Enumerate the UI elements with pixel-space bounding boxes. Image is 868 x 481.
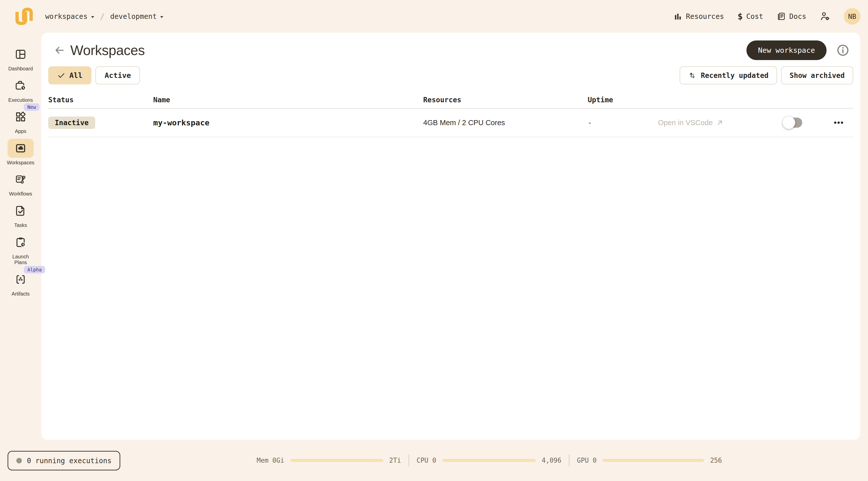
sidebar-item-workflows[interactable]: Workflows xyxy=(0,170,41,197)
sidebar-item-dashboard[interactable]: Dashboard xyxy=(0,45,41,72)
gpu-meter-max: 256 xyxy=(710,457,722,464)
workflows-icon xyxy=(14,173,27,185)
topbar: workspaces / development Resources $ Cos… xyxy=(0,0,868,33)
sidebar-item-launch-plans[interactable]: Launch Plans xyxy=(0,233,41,266)
table-header: Status Name Resources Uptime xyxy=(48,91,853,109)
page-header: Workspaces New workspace xyxy=(48,39,853,61)
artifacts-icon xyxy=(14,273,27,285)
new-badge: New xyxy=(24,103,39,111)
gpu-meter: GPU 0 256 xyxy=(577,457,722,464)
launch-plans-icon xyxy=(14,236,27,248)
sort-button-label: Recently updated xyxy=(701,71,769,80)
open-in-vscode-label: Open in VSCode xyxy=(658,119,713,127)
sidebar-item-label: Dashboard xyxy=(8,66,33,72)
cpu-meter-bar xyxy=(442,459,536,462)
nav-resources[interactable]: Resources xyxy=(673,12,724,21)
status-badge: Inactive xyxy=(48,117,95,129)
sidebar-item-label: Workspaces xyxy=(7,160,34,166)
alpha-badge: Alpha xyxy=(24,266,45,273)
running-executions-label: 0 running executions xyxy=(27,457,112,465)
mem-meter-label: Mem 0Gi xyxy=(257,457,284,464)
filter-all-label: All xyxy=(69,71,82,80)
sidebar-item-executions[interactable]: Executions xyxy=(0,76,41,103)
column-status: Status xyxy=(48,96,153,104)
filter-active-label: Active xyxy=(104,71,131,80)
breadcrumb: workspaces / development xyxy=(45,12,164,21)
row-menu-button[interactable] xyxy=(833,117,844,128)
filter-active-chip[interactable]: Active xyxy=(95,66,140,85)
status-dot-icon xyxy=(16,458,22,463)
meter-divider xyxy=(409,454,409,467)
sidebar-item-label: Tasks xyxy=(14,222,27,229)
sort-arrows-icon xyxy=(688,71,697,80)
breadcrumb-domain-label: development xyxy=(110,12,157,21)
open-in-vscode-link[interactable]: Open in VSCode xyxy=(658,119,784,127)
sidebar-item-apps[interactable]: New Apps xyxy=(0,107,41,134)
tasks-icon xyxy=(14,205,27,217)
nav-docs[interactable]: Docs xyxy=(777,12,806,21)
filter-all-chip[interactable]: All xyxy=(48,66,91,85)
new-workspace-button[interactable]: New workspace xyxy=(746,40,827,60)
column-resources: Resources xyxy=(423,96,588,104)
workspace-toggle[interactable] xyxy=(784,118,802,128)
external-link-icon xyxy=(716,119,724,127)
workspace-resources: 4GB Mem / 2 CPU Cores xyxy=(423,119,588,127)
breadcrumb-project[interactable]: workspaces xyxy=(45,12,95,21)
sidebar-item-label: Workflows xyxy=(9,191,32,197)
chevron-down-icon xyxy=(160,16,164,18)
sidebar-item-label: Launch Plans xyxy=(6,254,35,266)
check-icon xyxy=(57,71,65,80)
apps-icon xyxy=(14,111,27,123)
page-title: Workspaces xyxy=(70,42,145,58)
mem-meter: Mem 0Gi 2Ti xyxy=(257,457,401,464)
breadcrumb-project-label: workspaces xyxy=(45,12,88,21)
chevron-down-icon xyxy=(91,16,95,18)
workspaces-table: Status Name Resources Uptime Inactive my… xyxy=(48,91,853,137)
sidebar-item-workspaces[interactable]: Workspaces xyxy=(0,139,41,166)
column-name: Name xyxy=(153,96,423,104)
statusbar: 0 running executions Mem 0Gi 2Ti CPU 0 4… xyxy=(0,440,868,481)
nav-cost-label: Cost xyxy=(746,12,763,21)
toggle-thumb xyxy=(783,116,795,129)
sidebar-item-tasks[interactable]: Tasks xyxy=(0,201,41,229)
bar-chart-icon xyxy=(673,12,682,21)
back-arrow-icon[interactable] xyxy=(54,44,65,56)
breadcrumb-separator: / xyxy=(100,12,105,21)
workspace-uptime: - xyxy=(588,119,658,127)
meter-divider xyxy=(569,454,569,467)
nav-cost[interactable]: $ Cost xyxy=(738,11,763,21)
sort-button[interactable]: Recently updated xyxy=(680,66,777,85)
user-gear-icon xyxy=(820,11,830,22)
cpu-meter: CPU 0 4,096 xyxy=(417,457,562,464)
docs-icon xyxy=(777,12,786,21)
sidebar-item-artifacts[interactable]: Alpha Artifacts xyxy=(0,270,41,297)
gpu-meter-bar xyxy=(602,459,704,462)
dollar-icon: $ xyxy=(738,11,743,21)
mem-meter-max: 2Ti xyxy=(389,457,401,464)
executions-icon xyxy=(14,80,27,92)
union-logo[interactable] xyxy=(13,6,35,27)
filter-row: All Active Recently updated Show archive… xyxy=(48,66,853,85)
nav-resources-label: Resources xyxy=(686,12,724,21)
user-admin-button[interactable] xyxy=(820,11,830,22)
ellipsis-icon xyxy=(833,117,844,128)
column-uptime: Uptime xyxy=(588,96,658,104)
topnav: Resources $ Cost Docs NB xyxy=(673,8,861,25)
mem-meter-bar xyxy=(290,459,383,462)
capacity-meters: Mem 0Gi 2Ti CPU 0 4,096 GPU 0 256 xyxy=(257,440,722,481)
sidebar-item-label: Apps xyxy=(15,128,26,134)
workspaces-panel: Workspaces New workspace All Active Rece… xyxy=(41,33,860,440)
dashboard-icon xyxy=(14,48,27,60)
breadcrumb-domain[interactable]: development xyxy=(110,12,164,21)
nav-docs-label: Docs xyxy=(789,12,806,21)
show-archived-button[interactable]: Show archived xyxy=(781,66,853,85)
cpu-meter-max: 4,096 xyxy=(542,457,561,464)
sidebar-item-label: Artifacts xyxy=(11,291,30,297)
workspace-name[interactable]: my-workspace xyxy=(153,118,423,127)
sidebar-item-label: Executions xyxy=(8,97,33,103)
gpu-meter-label: GPU 0 xyxy=(577,457,596,464)
avatar[interactable]: NB xyxy=(844,8,861,25)
table-row[interactable]: Inactive my-workspace 4GB Mem / 2 CPU Co… xyxy=(48,109,853,137)
info-icon[interactable] xyxy=(836,43,850,57)
running-executions-button[interactable]: 0 running executions xyxy=(7,451,120,471)
